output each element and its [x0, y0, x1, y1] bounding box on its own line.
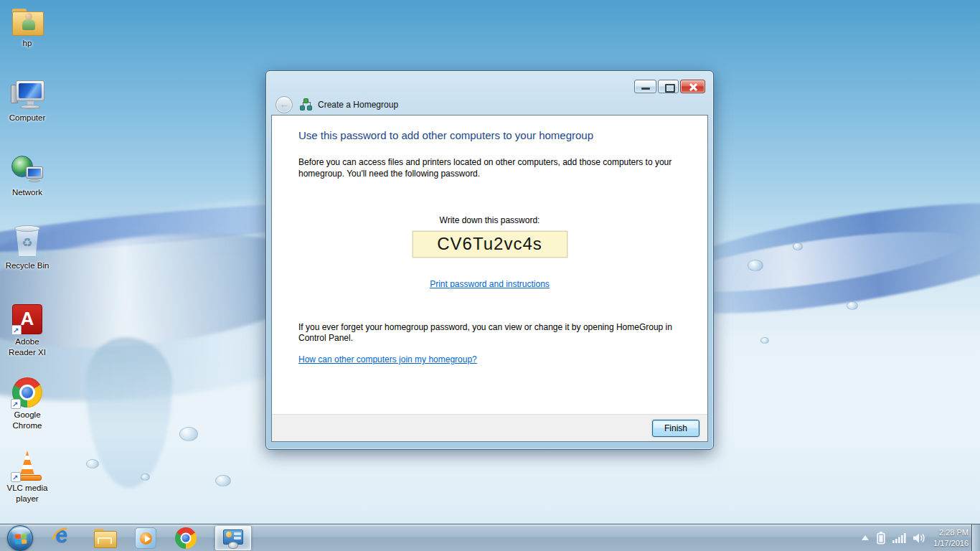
vlc-icon — [12, 451, 42, 481]
desktop-icon-label: Network — [12, 187, 42, 198]
tray-expand-icon — [861, 535, 870, 541]
wallpaper-droplet — [179, 427, 198, 441]
shortcut-arrow-icon — [11, 325, 22, 335]
desktop-icon-google-chrome[interactable]: Google Chrome — [0, 377, 55, 430]
desktop-icon-vlc[interactable]: VLC media player — [0, 451, 55, 504]
join-homegroup-help-link[interactable]: How can other computers join my homegrou… — [298, 354, 477, 364]
desktop-icon-hp[interactable]: hp — [0, 7, 55, 49]
window-navbar: Create a Homegroup — [271, 95, 708, 114]
chrome-icon — [12, 377, 42, 408]
network-signal-icon — [892, 532, 906, 543]
forget-note: If you ever forget your homegroup passwo… — [298, 322, 677, 345]
homegroup-window-icon — [223, 529, 243, 547]
taskbar-homegroup-window-button[interactable] — [215, 526, 251, 550]
taskbar-internet-explorer[interactable] — [52, 527, 75, 550]
shortcut-arrow-icon — [11, 399, 21, 409]
wallpaper-drip — [86, 337, 172, 488]
taskbar-media-player[interactable] — [135, 527, 156, 549]
show-desktop-button[interactable] — [971, 524, 980, 551]
finish-button[interactable]: Finish — [652, 420, 699, 437]
wizard-body: Use this password to add other computers… — [272, 116, 707, 414]
window-client-area: Use this password to add other computers… — [271, 115, 708, 442]
desktop-icon-label: Recycle Bin — [6, 260, 50, 271]
desktop-icon-adobe-reader[interactable]: Adobe Reader XI — [0, 304, 55, 357]
desktop-icon-label: Computer — [9, 113, 46, 123]
clock-date: 1/17/2016 — [933, 538, 969, 549]
network-icon — [10, 155, 44, 185]
intro-text: Before you can access files and printers… — [298, 157, 677, 180]
user-folder-icon — [10, 7, 44, 36]
desktop-icon-label: Adobe Reader XI — [4, 336, 50, 357]
wallpaper-droplet — [793, 242, 803, 250]
maximize-button[interactable] — [658, 80, 679, 93]
computer-icon — [10, 80, 44, 110]
desktop-icon-network[interactable]: Network — [0, 155, 55, 198]
wallpaper-droplet — [215, 475, 231, 486]
taskbar-chrome[interactable] — [175, 527, 197, 549]
clock-time: 2:28 PM — [933, 527, 969, 538]
password-box[interactable]: CV6Tu2vc4s — [413, 231, 567, 258]
password-label: Write down this password: — [298, 215, 681, 225]
homegroup-icon — [301, 99, 311, 110]
create-homegroup-window: Create a Homegroup Use this password to … — [265, 70, 714, 450]
network-tray-icon[interactable] — [892, 532, 906, 543]
taskbar-clock[interactable]: 2:28 PM 1/17/2016 — [933, 527, 969, 549]
adobe-reader-icon — [12, 304, 42, 334]
volume-tray-icon[interactable] — [913, 532, 926, 544]
battery-tray-icon[interactable] — [877, 532, 885, 545]
shortcut-arrow-icon — [11, 472, 21, 482]
wallpaper-droplet — [748, 260, 763, 271]
print-password-link[interactable]: Print password and instructions — [430, 279, 550, 289]
volume-icon — [913, 532, 926, 544]
wallpaper-droplet — [847, 301, 858, 310]
desktop-icon-label: VLC media player — [4, 483, 50, 504]
desktop-icon-label: Google Chrome — [4, 410, 50, 430]
wallpaper-droplet — [86, 459, 99, 468]
wallpaper-droplet — [141, 474, 150, 481]
window-title: Create a Homegroup — [318, 100, 398, 110]
start-button[interactable] — [7, 525, 33, 551]
battery-icon — [877, 532, 885, 545]
tray-expand-button[interactable] — [861, 535, 870, 541]
close-button[interactable] — [680, 80, 705, 93]
taskbar-windows-explorer[interactable] — [93, 529, 116, 547]
minimize-button[interactable] — [634, 80, 656, 93]
desktop-icon-label: hp — [23, 38, 32, 49]
windows-flag-icon — [15, 533, 27, 544]
desktop-icon-computer[interactable]: Computer — [0, 80, 55, 123]
recycle-bin-icon — [14, 224, 41, 258]
back-button[interactable] — [275, 96, 293, 113]
taskbar: 2:28 PM 1/17/2016 — [0, 524, 980, 551]
wizard-heading: Use this password to add other computers… — [298, 129, 681, 141]
desktop-background[interactable]: hp Computer Network Recycle Bin Adobe Re… — [0, 0, 980, 551]
wallpaper-droplet — [760, 337, 769, 344]
wizard-footer: Finish — [272, 414, 707, 441]
desktop-icon-recycle-bin[interactable]: Recycle Bin — [0, 224, 55, 271]
